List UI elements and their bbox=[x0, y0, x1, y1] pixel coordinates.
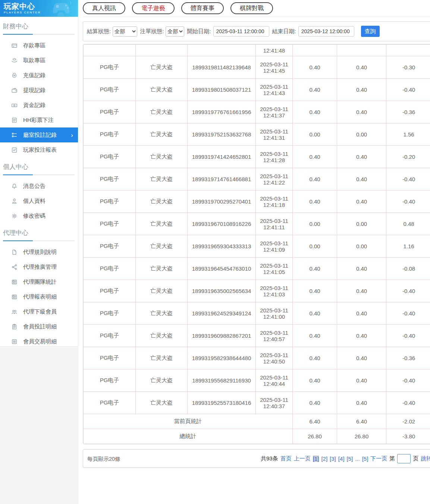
tab-board-card-battle[interactable]: 棋牌對戰 bbox=[230, 2, 273, 14]
cell-bet-id: 1899319741424652801 bbox=[188, 146, 256, 168]
deposit-icon bbox=[11, 42, 18, 49]
section-title: 財務中心 bbox=[3, 22, 74, 31]
cell-platform: PG电子 bbox=[84, 280, 136, 302]
sidebar-background bbox=[0, 347, 78, 504]
page-link[interactable]: [5] bbox=[362, 456, 368, 462]
prev-page-link[interactable]: 上一页 bbox=[294, 455, 311, 462]
jump-page-input[interactable] bbox=[397, 454, 411, 463]
sidebar-item-deposit-area[interactable]: 存款專區 bbox=[0, 38, 78, 53]
page-size-text: 每頁顯示20條 bbox=[87, 456, 120, 463]
start-date-input[interactable] bbox=[213, 26, 269, 37]
total-bet-amount: 26.80 bbox=[293, 429, 337, 444]
jump-button[interactable]: 跳转 bbox=[421, 455, 430, 462]
users-icon bbox=[11, 309, 18, 315]
sidebar-item-player-bet-report[interactable]: 玩家投注報表 bbox=[0, 142, 78, 157]
cell-time: 2025-03-11 12:40:50 bbox=[256, 347, 293, 369]
cell-platform: PG电子 bbox=[84, 123, 136, 146]
page-link[interactable]: [4] bbox=[338, 456, 345, 462]
sidebar-item-agent-sub-members[interactable]: 代理下級會員 bbox=[0, 304, 78, 319]
total-count-text: 共93条 bbox=[261, 455, 278, 462]
table-row: PG电子亡灵大盗18993198015080371212025-03-11 12… bbox=[84, 79, 430, 101]
gamepad-icon bbox=[47, 1, 76, 16]
jump-prefix-label: 第 bbox=[389, 455, 395, 462]
sidebar-item-withdrawal-records[interactable]: 提現記錄 bbox=[0, 83, 78, 98]
order-status-select[interactable]: 全部 bbox=[166, 26, 184, 37]
sidebar-item-label: 代理團隊統計 bbox=[23, 278, 57, 286]
cell-bet-amount: 0.40 bbox=[293, 258, 337, 280]
page-link[interactable]: [2] bbox=[321, 456, 327, 462]
cell-bet-id: 1899319659304333313 bbox=[188, 235, 256, 258]
sidebar-item-member-transaction-detail[interactable]: 會員交易明細 bbox=[0, 334, 78, 349]
page-link[interactable]: [3] bbox=[330, 456, 336, 462]
sidebar-item-funds-records[interactable]: 資金記錄 bbox=[0, 98, 78, 113]
cell-win-loss: -0.30 bbox=[386, 56, 430, 79]
cell-win-loss: -0.40 bbox=[386, 392, 430, 414]
sidebar-item-label: 取款專區 bbox=[23, 57, 45, 64]
tab-sports-events[interactable]: 體育賽事 bbox=[181, 2, 224, 14]
end-date-label: 結束日期: bbox=[272, 28, 296, 35]
total-label: 當前頁統計 bbox=[84, 414, 293, 429]
order-status-label: 注單狀態: bbox=[140, 28, 164, 35]
cell-time: 2025-03-11 12:41:03 bbox=[256, 280, 293, 302]
cell-game: 亡灵大盗 bbox=[136, 347, 188, 369]
cell-time: 2025-03-11 12:41:45 bbox=[256, 56, 293, 79]
sidebar-item-agent-team-stats[interactable]: 代理團隊統計 bbox=[0, 274, 78, 289]
newspaper-icon bbox=[11, 279, 18, 285]
sidebar-item-label: 充值記錄 bbox=[23, 72, 45, 79]
sidebar-item-announcements[interactable]: 消息公告 bbox=[0, 179, 78, 193]
sidebar-item-label: 個人資料 bbox=[23, 198, 45, 205]
settle-status-select[interactable]: 全部 bbox=[113, 26, 137, 37]
sidebar-item-label: 提現記錄 bbox=[23, 87, 45, 94]
sidebar-item-change-password[interactable]: 修改密碼 bbox=[0, 208, 78, 223]
cell-valid-bet: 0.40 bbox=[337, 79, 386, 101]
cell-valid-bet: 0.40 bbox=[337, 101, 386, 123]
cell-win-loss: -0.36 bbox=[386, 347, 430, 369]
cell-game: 亡灵大盗 bbox=[136, 190, 188, 213]
page-ellipsis[interactable]: ... bbox=[355, 456, 360, 462]
sidebar-item-agent-promotion[interactable]: 代理推廣管理 bbox=[0, 259, 78, 274]
sidebar-item-label: 代理規則說明 bbox=[23, 249, 57, 256]
cell-win-loss: -0.20 bbox=[386, 146, 430, 168]
sidebar-item-recharge-records[interactable]: 充值記錄 bbox=[0, 68, 78, 83]
sidebar-item-label: 資金記錄 bbox=[23, 102, 45, 109]
cell-valid-bet: 0.40 bbox=[337, 146, 386, 168]
cell-time: 2025-03-11 12:41:18 bbox=[256, 190, 293, 213]
cell-bet-id: 1899319624529349124 bbox=[188, 302, 256, 325]
sidebar-item-profile[interactable]: 個人資料 bbox=[0, 193, 78, 208]
share-icon bbox=[11, 264, 18, 270]
page-link[interactable]: [1] bbox=[313, 456, 319, 462]
page-total-row: 當前頁統計6.406.40-2.02 bbox=[84, 414, 430, 429]
section-title: 代理中心 bbox=[3, 229, 74, 237]
sidebar-item-agent-report-detail[interactable]: 代理報表明細 bbox=[0, 289, 78, 304]
total-label: 總統計 bbox=[84, 429, 293, 444]
sidebar-item-room-bet-records[interactable]: 廳室投註記錄› bbox=[0, 127, 78, 142]
page-link[interactable]: [5] bbox=[346, 456, 353, 462]
sidebar-item-agent-rules[interactable]: 代理規則說明 bbox=[0, 245, 78, 259]
end-date-input[interactable] bbox=[298, 26, 354, 37]
sidebar-item-label: HH彩票下注 bbox=[23, 117, 54, 124]
sidebar-item-member-bet-detail[interactable]: 會員投註明細 bbox=[0, 319, 78, 334]
first-page-link[interactable]: 首页 bbox=[280, 455, 292, 462]
query-button[interactable]: 查詢 bbox=[361, 26, 380, 37]
clipboard-icon bbox=[11, 324, 18, 330]
table-row: PG电子亡灵大盗18993196593043333132025-03-11 12… bbox=[84, 235, 430, 258]
section-title: 個人中心 bbox=[3, 163, 74, 171]
pager: 共93条首页上一页[1][2][3][4][5]...[5]下一页第页跳转 bbox=[261, 450, 430, 467]
sidebar-item-label: 消息公告 bbox=[23, 183, 45, 190]
table-row: PG电子亡灵大盗18993197521536327682025-03-11 12… bbox=[84, 123, 430, 146]
start-date-label: 開始日期: bbox=[187, 28, 211, 35]
cell-time: 2025-03-11 12:41:00 bbox=[256, 302, 293, 325]
cell-win-loss: -0.40 bbox=[386, 190, 430, 213]
sidebar-item-withdraw-area[interactable]: 取款專區 bbox=[0, 53, 78, 68]
cell-bet-id: 1899319801508037121 bbox=[188, 79, 256, 101]
cell-game: 亡灵大盗 bbox=[136, 235, 188, 258]
cell-bet-amount: 0.40 bbox=[293, 280, 337, 302]
cell-valid-bet: 0.40 bbox=[337, 325, 386, 347]
sidebar-item-hh-lottery-bet[interactable]: HH彩票下注 bbox=[0, 113, 78, 127]
tab-live-video[interactable]: 真人視訊 bbox=[83, 2, 125, 14]
next-page-link[interactable]: 下一页 bbox=[370, 455, 387, 462]
cell-game: 亡灵大盗 bbox=[136, 258, 188, 280]
cell-valid-bet: 0.00 bbox=[337, 213, 386, 235]
tab-electronic-games[interactable]: 電子遊藝 bbox=[132, 2, 175, 14]
sidebar: 玩家中心 PLAYERS CENTER 財務中心存款專區取款專區充值記錄提現記錄… bbox=[0, 0, 78, 347]
